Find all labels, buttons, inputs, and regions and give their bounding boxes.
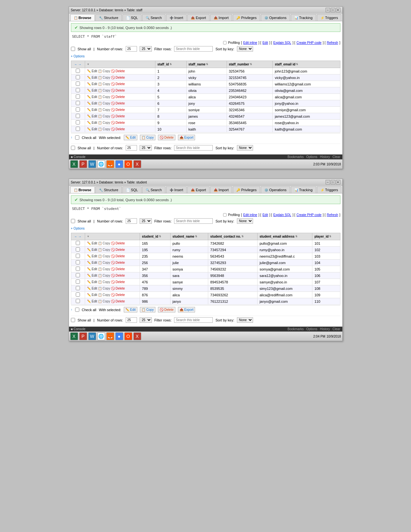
student-edit-row-button[interactable]: ✏️ Edit xyxy=(87,280,97,284)
opera-icon[interactable]: O xyxy=(124,160,132,168)
row-checkbox[interactable] xyxy=(76,101,80,105)
student-delete-row-button[interactable]: 🚫 Delete xyxy=(111,293,125,297)
staff-bottom-search-input[interactable] xyxy=(174,145,213,151)
student-word-icon[interactable]: W xyxy=(88,332,96,340)
excel-icon[interactable]: X xyxy=(70,160,78,168)
student-excel-icon[interactable]: X xyxy=(70,332,78,340)
student-row-checkbox[interactable] xyxy=(76,267,80,271)
student-options-link-console[interactable]: Options xyxy=(306,327,317,331)
delete-row-button[interactable]: 🚫 Delete xyxy=(111,108,125,112)
student-edit-row-button[interactable]: ✏️ Edit xyxy=(87,300,97,303)
student-profiling-checkbox[interactable] xyxy=(223,213,226,216)
bulk-delete-button[interactable]: 🚫 Delete xyxy=(158,135,175,140)
student-copy-row-button[interactable]: 📋 Copy xyxy=(98,287,110,290)
student-copy-row-button[interactable]: 📋 Copy xyxy=(98,274,110,277)
copy-row-button[interactable]: 📋 Copy xyxy=(98,69,110,73)
th-staff-email[interactable]: staff_email id ⇅ xyxy=(273,61,340,68)
tab-privileges-student[interactable]: 🔑 Privileges xyxy=(233,186,260,193)
student-delete-row-button[interactable]: 🚫 Delete xyxy=(111,241,125,245)
tab-structure-staff[interactable]: 🔧 Structure xyxy=(95,14,122,21)
edit-row-button[interactable]: ✏️ Edit xyxy=(87,108,97,112)
edit-row-button[interactable]: ✏️ Edit xyxy=(87,82,97,86)
copy-row-button[interactable]: 📋 Copy xyxy=(98,114,110,118)
tab-sql-student[interactable]: 📄 SQL xyxy=(122,186,142,193)
copy-row-button[interactable]: 📋 Copy xyxy=(98,108,110,112)
tab-import-staff[interactable]: 📥 Import xyxy=(210,14,232,21)
copy-row-button[interactable]: 📋 Copy xyxy=(98,76,110,79)
student-sort-select[interactable]: None xyxy=(237,218,253,224)
tab-structure-student[interactable]: 🔧 Structure xyxy=(95,186,122,193)
tab-sql-staff[interactable]: 📄 SQL xyxy=(122,14,142,21)
minimize-button[interactable]: ─ xyxy=(326,8,330,12)
edit-link[interactable]: Edit xyxy=(262,41,268,44)
student-delete-row-button[interactable]: 🚫 Delete xyxy=(111,287,125,290)
tab-search-student[interactable]: 🔍 Search xyxy=(142,186,165,193)
th-player-id[interactable]: player_id ⇅ xyxy=(312,233,340,240)
student-row-checkbox[interactable] xyxy=(76,280,80,284)
number-rows-input[interactable] xyxy=(126,46,137,52)
chrome-icon[interactable]: ● xyxy=(115,160,123,168)
student-bulk-edit-button[interactable]: ✏️ Edit xyxy=(124,307,137,312)
delete-row-button[interactable]: 🚫 Delete xyxy=(111,127,125,131)
student-xampp-icon[interactable]: X xyxy=(133,332,141,340)
th-staff-number[interactable]: staff_number ⇅ xyxy=(227,61,273,68)
student-row-checkbox[interactable] xyxy=(76,286,80,290)
rows-select[interactable]: 25 xyxy=(140,46,152,52)
student-close-button[interactable]: ✕ xyxy=(336,180,340,184)
student-delete-row-button[interactable]: 🚫 Delete xyxy=(111,261,125,264)
student-copy-row-button[interactable]: 📋 Copy xyxy=(98,267,110,271)
edit-row-button[interactable]: ✏️ Edit xyxy=(87,121,97,124)
staff-search-input[interactable] xyxy=(174,46,213,52)
student-show-all-checkbox[interactable] xyxy=(71,219,75,223)
row-checkbox[interactable] xyxy=(76,107,80,112)
student-row-checkbox[interactable] xyxy=(76,260,80,264)
student-number-rows-input[interactable] xyxy=(126,218,137,224)
student-edit-row-button[interactable]: ✏️ Edit xyxy=(87,274,97,277)
copy-row-button[interactable]: 📋 Copy xyxy=(98,127,110,131)
show-all-checkbox[interactable] xyxy=(71,47,75,51)
th-student-id[interactable]: student_id ⇅ xyxy=(140,233,171,240)
edit-row-button[interactable]: ✏️ Edit xyxy=(87,114,97,118)
row-checkbox[interactable] xyxy=(76,127,80,131)
bookmarks-link[interactable]: Bookmarks xyxy=(288,155,304,159)
tab-tracking-staff[interactable]: 📊 Tracking xyxy=(291,14,316,21)
powerpoint-icon[interactable]: P xyxy=(79,160,87,168)
student-bulk-copy-button[interactable]: 📋 Copy xyxy=(140,307,155,312)
student-delete-row-button[interactable]: 🚫 Delete xyxy=(111,254,125,258)
delete-row-button[interactable]: 🚫 Delete xyxy=(111,102,125,105)
delete-row-button[interactable]: 🚫 Delete xyxy=(111,89,125,92)
tab-search-staff[interactable]: 🔍 Search xyxy=(142,14,165,21)
student-delete-row-button[interactable]: 🚫 Delete xyxy=(111,300,125,303)
firefox-icon[interactable]: 🦊 xyxy=(106,160,114,168)
edit-row-button[interactable]: ✏️ Edit xyxy=(87,95,97,99)
student-row-checkbox[interactable] xyxy=(76,299,80,303)
student-bottom-show-all-checkbox[interactable] xyxy=(71,318,75,322)
student-bulk-export-button[interactable]: 📤 Export xyxy=(178,307,195,312)
row-checkbox[interactable] xyxy=(76,69,80,73)
student-chrome-icon[interactable]: ● xyxy=(115,332,123,340)
edit-row-button[interactable]: ✏️ Edit xyxy=(87,76,97,79)
edit-inline-link[interactable]: Edit inline xyxy=(243,41,257,44)
th-student-email[interactable]: student_email address ⇅ xyxy=(258,233,312,240)
bottom-rows-select[interactable]: 25 xyxy=(140,145,152,151)
student-copy-row-button[interactable]: 📋 Copy xyxy=(98,248,110,251)
student-row-checkbox[interactable] xyxy=(76,241,80,245)
tab-privileges-staff[interactable]: 🔑 Privileges xyxy=(233,14,260,21)
copy-row-button[interactable]: 📋 Copy xyxy=(98,102,110,105)
tab-operations-student[interactable]: ⚙️ Operations xyxy=(261,186,290,193)
delete-row-button[interactable]: 🚫 Delete xyxy=(111,121,125,124)
staff-bottom-sort-select[interactable]: None xyxy=(237,145,253,151)
xampp-icon[interactable]: X xyxy=(133,160,141,168)
student-bottom-number-rows-input[interactable] xyxy=(126,317,137,323)
edit-row-button[interactable]: ✏️ Edit xyxy=(87,89,97,92)
copy-row-button[interactable]: 📋 Copy xyxy=(98,82,110,86)
student-edit-inline-link[interactable]: Edit inline xyxy=(243,213,257,217)
word-icon[interactable]: W xyxy=(88,160,96,168)
student-delete-row-button[interactable]: 🚫 Delete xyxy=(111,280,125,284)
th-staff-id[interactable]: staff_id ⇅ xyxy=(155,61,186,68)
tab-triggers-staff[interactable]: ⚡ Triggers xyxy=(317,14,342,21)
nav-back[interactable]: ← xyxy=(74,63,78,66)
student-edit-link[interactable]: Edit xyxy=(262,213,268,217)
student-edit-row-button[interactable]: ✏️ Edit xyxy=(87,267,97,271)
tab-operations-staff[interactable]: ⚙️ Operations xyxy=(261,14,290,21)
